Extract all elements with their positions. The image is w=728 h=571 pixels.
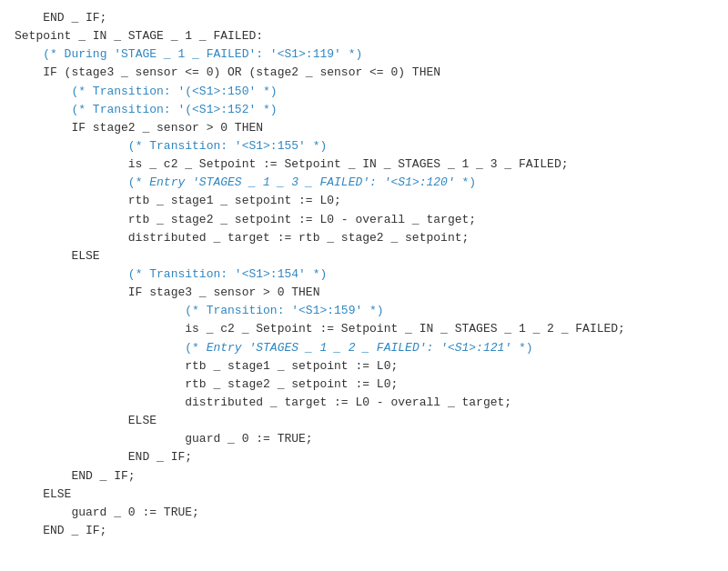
code-line: rtb _ stage1 _ setpoint := L0; <box>15 357 713 376</box>
code-text <box>15 85 71 98</box>
code-text <box>15 267 128 281</box>
code-line: rtb _ stage2 _ setpoint := L0; <box>15 376 713 394</box>
code-comment: (* During 'STAGE _ 1 _ FAILED': '<S1>:11… <box>43 47 362 61</box>
code-line: distributed _ target := rtb _ stage2 _ s… <box>15 229 713 247</box>
code-text <box>15 139 128 153</box>
code-line: ELSE <box>15 412 713 430</box>
code-comment: (* Entry 'STAGES _ 1 _ 2 _ FAILED': '<S1… <box>185 341 532 355</box>
code-comment: (* Transition: '<S1>:154' *) <box>128 267 327 281</box>
code-comment: (* Transition: '(<S1>:152' *) <box>71 103 277 116</box>
code-line: (* Transition: '<S1>:155' *) <box>15 137 713 155</box>
code-text <box>15 341 185 355</box>
code-line: (* Transition: '<S1>:154' *) <box>15 265 713 284</box>
code-viewer: END _ IF;Setpoint _ IN _ STAGE _ 1 _ FAI… <box>15 9 713 540</box>
code-line: guard _ 0 := TRUE; <box>15 430 713 448</box>
code-line: is _ c2 _ Setpoint := Setpoint _ IN _ ST… <box>15 320 713 338</box>
code-line: is _ c2 _ Setpoint := Setpoint _ IN _ ST… <box>15 155 713 174</box>
code-line: ELSE <box>15 486 713 504</box>
code-line: (* Entry 'STAGES _ 1 _ 3 _ FAILED': '<S1… <box>15 174 713 192</box>
code-line: rtb _ stage1 _ setpoint := L0; <box>15 192 713 210</box>
code-text <box>15 175 128 189</box>
code-comment: (* Transition: '<S1>:155' *) <box>128 139 327 153</box>
code-line: (* Transition: '(<S1>:152' *) <box>15 101 713 119</box>
code-line: END _ IF; <box>15 467 713 486</box>
code-text <box>15 47 43 61</box>
code-line: Setpoint _ IN _ STAGE _ 1 _ FAILED: <box>15 27 713 45</box>
code-line: distributed _ target := L0 - overall _ t… <box>15 394 713 412</box>
code-comment: (* Transition: '<S1>:159' *) <box>185 304 383 317</box>
code-line: END _ IF; <box>15 9 713 27</box>
code-line: END _ IF; <box>15 448 713 466</box>
code-comment: (* Transition: '(<S1>:150' *) <box>71 85 277 98</box>
code-text <box>15 304 185 317</box>
code-line: rtb _ stage2 _ setpoint := L0 - overall … <box>15 211 713 229</box>
code-line: END _ IF; <box>15 522 713 540</box>
code-entry-highlight: Entry 'STAGES _ 1 _ 3 _ FAILED': '<S1>:1… <box>149 175 454 189</box>
code-line: guard _ 0 := TRUE; <box>15 504 713 522</box>
code-comment: (* Entry 'STAGES _ 1 _ 3 _ FAILED': '<S1… <box>128 175 476 189</box>
code-text <box>15 103 71 116</box>
code-line: IF stage3 _ sensor > 0 THEN <box>15 284 713 302</box>
code-line: (* Transition: '(<S1>:150' *) <box>15 83 713 101</box>
code-line: (* Transition: '<S1>:159' *) <box>15 302 713 320</box>
code-line: (* During 'STAGE _ 1 _ FAILED': '<S1>:11… <box>15 45 713 64</box>
code-entry-highlight: Entry 'STAGES _ 1 _ 2 _ FAILED': '<S1>:1… <box>207 341 511 355</box>
code-line: IF stage2 _ sensor > 0 THEN <box>15 119 713 137</box>
code-line: IF (stage3 _ sensor <= 0) OR (stage2 _ s… <box>15 64 713 82</box>
code-line: (* Entry 'STAGES _ 1 _ 2 _ FAILED': '<S1… <box>15 339 713 357</box>
code-line: ELSE <box>15 247 713 265</box>
